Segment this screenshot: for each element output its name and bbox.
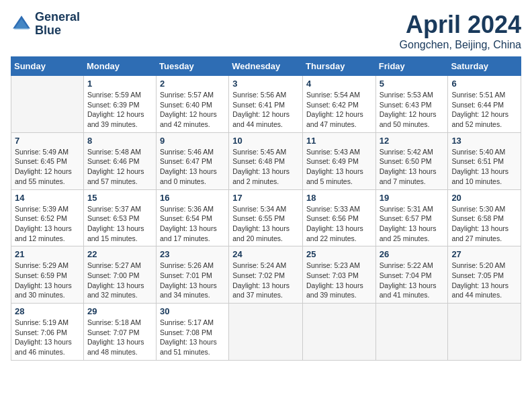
calendar-cell: 19Sunrise: 5:31 AM Sunset: 6:57 PM Dayli… — [375, 189, 448, 246]
day-info: Sunrise: 5:48 AM Sunset: 6:46 PM Dayligh… — [87, 147, 152, 187]
logo: General Blue — [11, 11, 80, 38]
day-info: Sunrise: 5:45 AM Sunset: 6:48 PM Dayligh… — [232, 147, 299, 187]
day-number: 8 — [87, 136, 152, 146]
calendar-week-1: 1Sunrise: 5:59 AM Sunset: 6:39 PM Daylig… — [11, 76, 521, 133]
day-info: Sunrise: 5:59 AM Sunset: 6:39 PM Dayligh… — [87, 90, 152, 130]
day-number: 14 — [15, 193, 80, 203]
calendar-cell: 4Sunrise: 5:54 AM Sunset: 6:42 PM Daylig… — [303, 76, 376, 133]
calendar-cell: 21Sunrise: 5:29 AM Sunset: 6:59 PM Dayli… — [11, 246, 84, 304]
day-number: 4 — [306, 79, 372, 89]
calendar-cell: 3Sunrise: 5:56 AM Sunset: 6:41 PM Daylig… — [229, 76, 303, 133]
calendar-cell: 18Sunrise: 5:33 AM Sunset: 6:56 PM Dayli… — [303, 189, 376, 246]
day-info: Sunrise: 5:27 AM Sunset: 7:00 PM Dayligh… — [87, 261, 152, 300]
day-info: Sunrise: 5:39 AM Sunset: 6:52 PM Dayligh… — [15, 204, 80, 244]
logo-icon — [11, 13, 32, 35]
page-header: General Blue April 2024 Gongchen, Beijin… — [11, 11, 521, 51]
calendar-week-5: 28Sunrise: 5:19 AM Sunset: 7:06 PM Dayli… — [11, 304, 521, 361]
day-number: 13 — [451, 136, 517, 146]
day-info: Sunrise: 5:19 AM Sunset: 7:06 PM Dayligh… — [15, 318, 80, 357]
day-info: Sunrise: 5:24 AM Sunset: 7:02 PM Dayligh… — [232, 261, 299, 300]
calendar-cell: 22Sunrise: 5:27 AM Sunset: 7:00 PM Dayli… — [83, 246, 156, 304]
calendar-week-4: 21Sunrise: 5:29 AM Sunset: 6:59 PM Dayli… — [11, 246, 521, 304]
day-number: 16 — [160, 193, 225, 203]
day-info: Sunrise: 5:17 AM Sunset: 7:08 PM Dayligh… — [160, 318, 225, 357]
day-info: Sunrise: 5:18 AM Sunset: 7:07 PM Dayligh… — [87, 318, 152, 357]
day-number: 7 — [15, 136, 80, 146]
calendar-cell: 8Sunrise: 5:48 AM Sunset: 6:46 PM Daylig… — [83, 132, 156, 189]
day-info: Sunrise: 5:43 AM Sunset: 6:49 PM Dayligh… — [306, 147, 372, 187]
month-title: April 2024 — [400, 11, 521, 39]
day-number: 2 — [160, 79, 225, 89]
day-number: 17 — [232, 193, 299, 203]
calendar-cell: 14Sunrise: 5:39 AM Sunset: 6:52 PM Dayli… — [11, 189, 84, 246]
calendar-body: 1Sunrise: 5:59 AM Sunset: 6:39 PM Daylig… — [11, 76, 521, 361]
calendar-week-3: 14Sunrise: 5:39 AM Sunset: 6:52 PM Dayli… — [11, 189, 521, 246]
day-number: 18 — [306, 193, 372, 203]
calendar-cell: 1Sunrise: 5:59 AM Sunset: 6:39 PM Daylig… — [83, 76, 156, 133]
day-info: Sunrise: 5:34 AM Sunset: 6:55 PM Dayligh… — [232, 204, 299, 244]
calendar-cell: 27Sunrise: 5:20 AM Sunset: 7:05 PM Dayli… — [448, 246, 521, 304]
calendar-cell: 11Sunrise: 5:43 AM Sunset: 6:49 PM Dayli… — [303, 132, 376, 189]
day-number: 21 — [15, 249, 80, 259]
day-header-wednesday: Wednesday — [229, 57, 303, 76]
calendar-cell: 9Sunrise: 5:46 AM Sunset: 6:47 PM Daylig… — [157, 132, 229, 189]
calendar-cell: 6Sunrise: 5:51 AM Sunset: 6:44 PM Daylig… — [448, 76, 521, 133]
day-info: Sunrise: 5:49 AM Sunset: 6:45 PM Dayligh… — [15, 147, 80, 187]
day-info: Sunrise: 5:36 AM Sunset: 6:54 PM Dayligh… — [160, 204, 225, 244]
day-info: Sunrise: 5:54 AM Sunset: 6:42 PM Dayligh… — [306, 90, 372, 130]
calendar-cell: 20Sunrise: 5:30 AM Sunset: 6:58 PM Dayli… — [448, 189, 521, 246]
calendar-cell — [375, 304, 448, 361]
calendar-cell: 25Sunrise: 5:23 AM Sunset: 7:03 PM Dayli… — [303, 246, 376, 304]
day-number: 29 — [87, 306, 152, 316]
day-header-thursday: Thursday — [303, 57, 376, 76]
day-number: 27 — [451, 249, 517, 259]
day-number: 23 — [160, 249, 225, 259]
day-number: 12 — [380, 136, 445, 146]
location: Gongchen, Beijing, China — [400, 39, 521, 51]
day-number: 15 — [87, 193, 152, 203]
day-number: 9 — [160, 136, 225, 146]
day-info: Sunrise: 5:20 AM Sunset: 7:05 PM Dayligh… — [451, 261, 517, 300]
day-info: Sunrise: 5:26 AM Sunset: 7:01 PM Dayligh… — [160, 261, 225, 300]
calendar-cell: 2Sunrise: 5:57 AM Sunset: 6:40 PM Daylig… — [157, 76, 229, 133]
day-info: Sunrise: 5:46 AM Sunset: 6:47 PM Dayligh… — [160, 147, 225, 187]
day-info: Sunrise: 5:42 AM Sunset: 6:50 PM Dayligh… — [380, 147, 445, 187]
calendar-cell — [448, 304, 521, 361]
calendar-cell: 28Sunrise: 5:19 AM Sunset: 7:06 PM Dayli… — [11, 304, 84, 361]
calendar-cell: 15Sunrise: 5:37 AM Sunset: 6:53 PM Dayli… — [83, 189, 156, 246]
day-info: Sunrise: 5:37 AM Sunset: 6:53 PM Dayligh… — [87, 204, 152, 244]
day-number: 10 — [232, 136, 299, 146]
calendar-cell: 24Sunrise: 5:24 AM Sunset: 7:02 PM Dayli… — [229, 246, 303, 304]
calendar-cell — [303, 304, 376, 361]
day-info: Sunrise: 5:40 AM Sunset: 6:51 PM Dayligh… — [451, 147, 517, 187]
day-info: Sunrise: 5:30 AM Sunset: 6:58 PM Dayligh… — [451, 204, 517, 244]
calendar-cell: 29Sunrise: 5:18 AM Sunset: 7:07 PM Dayli… — [83, 304, 156, 361]
calendar-table: SundayMondayTuesdayWednesdayThursdayFrid… — [11, 56, 521, 361]
calendar-cell — [229, 304, 303, 361]
day-info: Sunrise: 5:57 AM Sunset: 6:40 PM Dayligh… — [160, 90, 225, 130]
day-number: 22 — [87, 249, 152, 259]
day-number: 24 — [232, 249, 299, 259]
day-info: Sunrise: 5:51 AM Sunset: 6:44 PM Dayligh… — [451, 90, 517, 130]
day-header-saturday: Saturday — [448, 57, 521, 76]
calendar-cell: 5Sunrise: 5:53 AM Sunset: 6:43 PM Daylig… — [375, 76, 448, 133]
day-info: Sunrise: 5:29 AM Sunset: 6:59 PM Dayligh… — [15, 261, 80, 300]
day-header-friday: Friday — [375, 57, 448, 76]
calendar-cell: 10Sunrise: 5:45 AM Sunset: 6:48 PM Dayli… — [229, 132, 303, 189]
day-info: Sunrise: 5:23 AM Sunset: 7:03 PM Dayligh… — [306, 261, 372, 300]
calendar-header-row: SundayMondayTuesdayWednesdayThursdayFrid… — [11, 57, 521, 76]
day-number: 30 — [160, 306, 225, 316]
day-number: 6 — [451, 79, 517, 89]
day-number: 20 — [451, 193, 517, 203]
day-number: 28 — [15, 306, 80, 316]
calendar-cell: 13Sunrise: 5:40 AM Sunset: 6:51 PM Dayli… — [448, 132, 521, 189]
day-header-monday: Monday — [83, 57, 156, 76]
day-info: Sunrise: 5:33 AM Sunset: 6:56 PM Dayligh… — [306, 204, 372, 244]
day-number: 5 — [380, 79, 445, 89]
day-number: 25 — [306, 249, 372, 259]
calendar-cell — [11, 76, 84, 133]
calendar-cell: 30Sunrise: 5:17 AM Sunset: 7:08 PM Dayli… — [157, 304, 229, 361]
title-block: April 2024 Gongchen, Beijing, China — [400, 11, 521, 51]
day-number: 11 — [306, 136, 372, 146]
day-info: Sunrise: 5:22 AM Sunset: 7:04 PM Dayligh… — [380, 261, 445, 300]
